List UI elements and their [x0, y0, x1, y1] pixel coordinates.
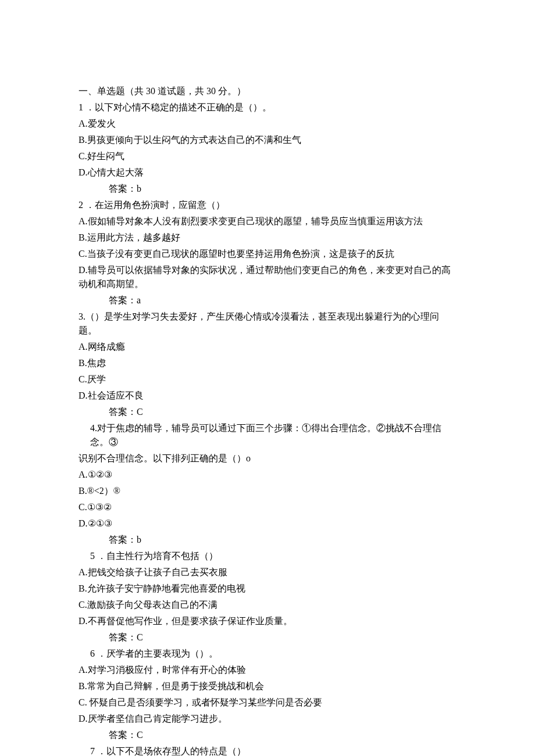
q6-option-b: B.常常为自己辩解，但是勇于接受挑战和机会 [79, 679, 456, 693]
q4-option-b: B.®<2）® [79, 484, 456, 498]
q1-stem: 1 ．以下对心情不稳定的描述不正确的是（）。 [79, 101, 456, 114]
q7-stem: 7 ．以下不是场依存型人的特点是（） [79, 744, 456, 756]
q3-stem: 3.（）是学生对学习失去爱好，产生厌倦心情或冷漠看法，甚至表现出躲避行为的心理问… [79, 310, 456, 338]
q6-option-a: A.对学习消极应付，时常伴有开心的体验 [79, 663, 456, 677]
q5-stem-text: ．自主性行为培育不包括（） [97, 551, 218, 561]
q3-answer: 答案：C [79, 405, 456, 419]
q3-option-b: B.焦虑 [79, 356, 456, 370]
q2-answer: 答案：a [79, 293, 456, 307]
q6-option-c: C. 怀疑自己是否须要学习，或者怀疑学习某些学问是否必要 [79, 696, 456, 710]
q4-option-d: D.②①③ [79, 517, 456, 531]
q4-stem-line1: 4.对于焦虑的辅导，辅导员可以通过下面三个步骤：①得出合理信念。②挑战不合理信念… [79, 421, 456, 449]
q2-option-d: D.辅导员可以依据辅导对象的实际状况，通过帮助他们变更自己的角色，来变更对自己的… [79, 263, 456, 291]
q2-option-a: A.假如辅导对象本人没有剧烈要求变更自己现状的愿望，辅导员应当慎重运用该方法 [79, 214, 456, 228]
q5-num: 5 [90, 551, 95, 561]
q1-option-a: A.爱发火 [79, 117, 456, 131]
q3-option-d: D.社会适应不良 [79, 389, 456, 403]
q1-answer: 答案：b [79, 182, 456, 196]
q7-num: 7 [90, 746, 95, 756]
q1-num: 1 [79, 102, 83, 112]
q5-answer: 答案：C [79, 630, 456, 644]
q2-option-c: C.当孩子没有变更自己现状的愿望时也要坚持运用角色扮演，这是孩子的反抗 [79, 247, 456, 261]
q1-stem-text: ．以下对心情不稳定的描述不正确的是（）。 [85, 102, 272, 112]
q7-stem-text: ．以下不是场依存型人的特点是（） [97, 746, 246, 756]
q4-option-c: C.①③② [79, 500, 456, 514]
q1-option-b: B.男孩更倾向于以生闷气的方式表达自己的不满和生气 [79, 133, 456, 147]
q2-num: 2 [79, 200, 83, 210]
q6-stem-text: ．厌学者的主要表现为（）。 [97, 648, 218, 658]
section-header: 一、单选题（共 30 道试题，共 30 分。） [79, 84, 456, 98]
q6-stem: 6 ．厌学者的主要表现为（）。 [79, 647, 456, 661]
q3-option-a: A.网络成瘾 [79, 340, 456, 354]
q5-stem: 5 ．自主性行为培育不包括（） [79, 549, 456, 563]
q5-option-c: C.激励孩子向父母表达自己的不满 [79, 598, 456, 612]
q6-answer: 答案：C [79, 728, 456, 742]
q4-stem-line2: 识别不合理信念。以下排列正确的是（）o [79, 452, 456, 465]
q3-option-c: C.厌学 [79, 372, 456, 386]
q5-option-a: A.把钱交给孩子让孩子自己去买衣服 [79, 565, 456, 579]
q6-option-d: D.厌学者坚信自己肯定能学习进步。 [79, 712, 456, 726]
q4-option-a: A.①②③ [79, 468, 456, 482]
q5-option-b: B.允许孩子安宁静静地看完他喜爱的电视 [79, 582, 456, 596]
q2-stem: 2 ．在运用角色扮演时，应留意（） [79, 198, 456, 212]
q5-option-d: D.不再督促他写作业，但是要求孩子保证作业质量。 [79, 614, 456, 628]
document-page: 一、单选题（共 30 道试题，共 30 分。） 1 ．以下对心情不稳定的描述不正… [0, 0, 535, 756]
q6-num: 6 [90, 648, 95, 658]
q2-stem-text: ．在运用角色扮演时，应留意（） [85, 200, 225, 210]
q1-option-c: C.好生闷气 [79, 149, 456, 163]
q1-option-d: D.心情大起大落 [79, 166, 456, 180]
q2-option-b: B.运用此方法，越多越好 [79, 231, 456, 245]
q4-answer: 答案：b [79, 533, 456, 547]
